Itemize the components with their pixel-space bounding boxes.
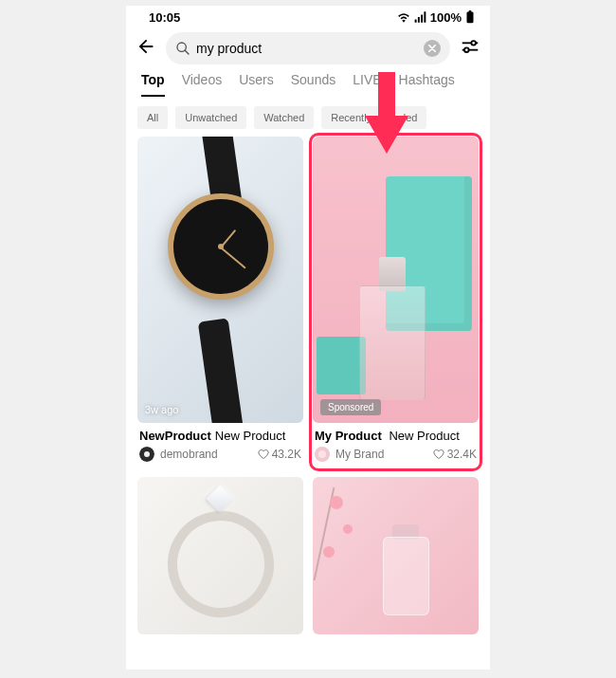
tab-videos[interactable]: Videos [182,72,223,97]
likes: 32.4K [433,448,477,461]
status-indicators: 100% [397,10,475,25]
bottle-illustration [313,477,479,635]
results-grid: 3w ago NewProductNew Product demobrand 4… [126,137,490,634]
svg-line-3 [185,50,189,54]
tab-hashtags[interactable]: Hashtags [399,72,455,97]
result-meta: demobrand 43.2K [137,445,303,467]
result-meta: My Brand 32.4K [313,445,479,467]
filter-button[interactable] [460,36,480,61]
result-title: My Product New Product [313,423,479,445]
result-title: NewProductNew Product [137,423,303,445]
avatar [315,447,330,462]
search-box[interactable] [166,32,450,64]
perfume-illustration [313,137,479,423]
battery-percent: 100% [430,10,462,25]
brand-name: demobrand [160,448,218,461]
heart-icon [433,449,444,460]
watch-illustration [137,137,303,423]
battery-icon [465,10,475,24]
close-icon [428,45,436,52]
clear-search-button[interactable] [424,40,441,57]
avatar [139,447,154,462]
ring-illustration [137,477,303,635]
back-button[interactable] [136,36,156,61]
wifi-icon [397,11,410,23]
likes: 43.2K [258,448,301,461]
sliders-icon [460,36,480,57]
svg-rect-1 [469,10,472,12]
search-row [126,28,490,72]
result-card[interactable] [137,477,303,635]
arrow-left-icon [136,36,156,57]
chip-watched[interactable]: Watched [254,106,314,129]
result-tabs: Top Videos Users Sounds LIVE Hashtags [126,72,490,97]
svg-point-9 [144,451,150,457]
filter-chips-row: All Unwatched Watched Recently uploaded [126,97,490,137]
tab-live[interactable]: LIVE [353,72,381,97]
svg-point-5 [471,41,476,46]
result-thumbnail: 3w ago [137,137,303,423]
signal-icon [414,11,426,23]
svg-rect-0 [467,11,474,23]
tab-top[interactable]: Top [141,72,165,97]
phone-frame: 10:05 100% Top [126,6,490,669]
result-thumbnail [313,477,479,635]
result-card[interactable] [313,477,479,635]
result-card-sponsored[interactable]: Sponsored My Product New Product My Bran… [313,137,479,467]
result-thumbnail [137,477,303,635]
status-bar: 10:05 100% [126,6,490,28]
chip-all[interactable]: All [137,106,168,129]
status-time: 10:05 [149,10,180,25]
sponsored-badge: Sponsored [320,399,381,415]
result-card[interactable]: 3w ago NewProductNew Product demobrand 4… [137,137,303,467]
brand-name: My Brand [335,448,384,461]
time-badge: 3w ago [145,404,178,415]
chip-unwatched[interactable]: Unwatched [175,106,246,129]
svg-point-11 [318,450,326,458]
search-icon [175,41,190,56]
heart-icon [258,449,269,460]
result-thumbnail: Sponsored [313,137,479,423]
search-input[interactable] [196,41,418,56]
tab-users[interactable]: Users [239,72,274,97]
tab-sounds[interactable]: Sounds [291,72,335,97]
chip-recently-uploaded[interactable]: Recently uploaded [321,106,426,129]
svg-point-7 [464,47,469,52]
